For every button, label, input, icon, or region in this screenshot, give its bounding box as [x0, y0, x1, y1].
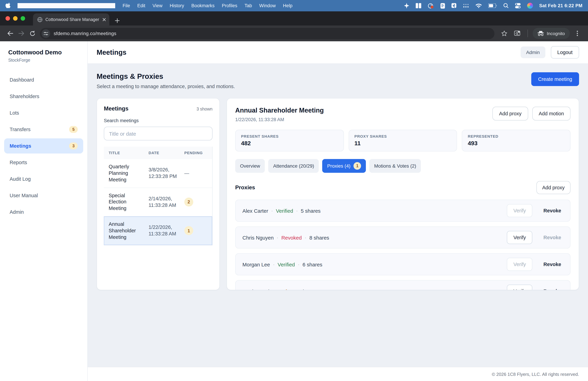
menu-bar-clock[interactable]: Sat Feb 21 6:22 PM [539, 3, 583, 8]
create-meeting-button[interactable]: Create meeting [531, 72, 579, 86]
spotlight-icon[interactable] [504, 3, 508, 8]
proxies-heading: Proxies [235, 184, 255, 191]
reload-icon[interactable] [27, 28, 38, 39]
screen-recording-icon[interactable] [428, 3, 434, 8]
tab-motions-votes[interactable]: Motions & Votes (2) [369, 159, 421, 173]
proxy-status: Verified [278, 261, 295, 267]
proxy-list: Alex Carter · Verified · 5 shares Verify… [235, 200, 570, 290]
menu-window[interactable]: Window [259, 3, 276, 8]
sidebar-item-transfers[interactable]: Transfers 5 [4, 122, 83, 137]
sidebar-item-dashboard[interactable]: Dashboard [4, 72, 83, 88]
menu-help[interactable]: Help [283, 3, 293, 8]
stat-proxy-shares: PROXY SHARES 11 [349, 130, 457, 152]
close-tab-icon[interactable] [103, 18, 106, 21]
browser-tab-strip: Cottonwood Share Manager [0, 11, 588, 25]
new-tab-icon[interactable] [115, 18, 120, 23]
verify-button[interactable]: Verify [507, 231, 532, 244]
menu-view[interactable]: View [152, 3, 163, 8]
window-close-button[interactable] [5, 16, 10, 21]
sparkle-icon[interactable] [404, 3, 409, 9]
menu-file[interactable]: File [123, 3, 130, 8]
battery-icon[interactable] [488, 3, 497, 8]
meetings-card-title: Meetings [104, 105, 128, 112]
menu-tab[interactable]: Tab [245, 3, 252, 8]
side-panel-search-icon[interactable] [512, 28, 523, 39]
admin-role-badge: Admin [521, 46, 545, 58]
proxy-row-morgan-lee: Morgan Lee · Verified · 6 shares Verify … [235, 253, 570, 275]
proxy-shares: 6 shares [303, 261, 322, 267]
menu-chrome[interactable]: Chrome [18, 3, 115, 8]
meeting-detail-card: Annual Shareholder Meeting 1/22/2026, 11… [227, 98, 579, 290]
address-bar[interactable]: sfdemo.manring.co/meetings [40, 28, 494, 39]
macos-menu-bar: Chrome File Edit View History Bookmarks … [0, 0, 588, 11]
stat-represented: REPRESENTED 493 [462, 130, 570, 152]
forward-icon[interactable] [16, 28, 27, 39]
sidebar-nav: Dashboard Shareholders Lots Transfers 5 … [0, 72, 87, 220]
add-motion-button[interactable]: Add motion [532, 107, 570, 120]
bookmark-star-icon[interactable] [499, 28, 510, 39]
meetings-table-header: TITLE DATE PENDING [104, 147, 212, 159]
add-proxy-button-section[interactable]: Add proxy [536, 181, 570, 194]
search-input[interactable] [104, 127, 212, 140]
verify-button: Verify [507, 258, 532, 271]
menu-edit[interactable]: Edit [137, 3, 145, 8]
browser-toolbar: sfdemo.manring.co/meetings Incognito [0, 25, 588, 41]
window-tiles-icon[interactable] [416, 3, 421, 8]
incognito-badge: Incognito [533, 28, 570, 39]
app-header: Meetings Admin Logout [88, 41, 588, 63]
proxy-status: Verified [276, 208, 293, 214]
meeting-row-quarterly-planning[interactable]: Quarterly Planning Meeting 3/8/2026, 12:… [104, 159, 212, 188]
tab-title: Cottonwood Share Manager [45, 17, 103, 22]
apple-menu-icon[interactable] [5, 3, 11, 9]
proxy-name: Alex Carter [242, 208, 268, 214]
shortcuts-icon[interactable] [451, 3, 456, 8]
proxy-row-jamie-patel: Jamie Patel · Draft · 7 shares Verify Re… [235, 280, 570, 290]
meeting-row-special-election[interactable]: Special Election Meeting 2/14/2026, 11:3… [104, 188, 212, 217]
back-icon[interactable] [5, 28, 16, 39]
globe-icon [37, 17, 43, 22]
sidebar-item-audit-log[interactable]: Audit Log [4, 171, 83, 186]
incognito-icon [537, 31, 544, 36]
proxy-shares: 7 shares [296, 288, 316, 290]
tab-proxies[interactable]: Proxies (4) 1 [322, 159, 366, 173]
url-text: sfdemo.manring.co/meetings [54, 31, 116, 36]
verify-button[interactable]: Verify [507, 285, 532, 290]
control-center-icon[interactable] [515, 3, 521, 8]
notes-icon[interactable] [441, 3, 445, 8]
revoke-button[interactable]: Revoke [541, 258, 563, 270]
search-label: Search meetings [104, 118, 212, 123]
site-settings-icon[interactable] [42, 29, 50, 38]
window-minimize-button[interactable] [13, 16, 18, 21]
copyright-text: © 2026 1C8 Flyers, LLC. All rights reser… [492, 372, 579, 377]
logout-button[interactable]: Logout [551, 46, 579, 59]
wifi-icon[interactable] [476, 3, 482, 8]
revoke-button[interactable]: Revoke [541, 204, 563, 217]
sidebar-item-shareholders[interactable]: Shareholders [4, 89, 83, 104]
tab-attendance[interactable]: Attendance (20/29) [268, 159, 319, 173]
column-pending: PENDING [180, 151, 212, 155]
browser-menu-icon[interactable] [572, 28, 583, 39]
meeting-datetime: 1/22/2026, 11:33:28 AM [235, 117, 324, 122]
sidebar-item-admin[interactable]: Admin [4, 204, 83, 220]
menu-bookmarks[interactable]: Bookmarks [191, 3, 214, 8]
proxy-name: Jamie Patel [242, 288, 269, 290]
browser-tab[interactable]: Cottonwood Share Manager [33, 13, 109, 25]
verify-button: Verify [507, 204, 532, 217]
transfers-badge: 5 [69, 126, 78, 133]
tab-overview[interactable]: Overview [235, 159, 265, 173]
window-zoom-button[interactable] [21, 16, 25, 21]
menu-history[interactable]: History [170, 3, 184, 8]
sidebar-item-lots[interactable]: Lots [4, 105, 83, 120]
revoke-button[interactable]: Revoke [541, 285, 563, 290]
sidebar-item-reports[interactable]: Reports [4, 155, 83, 170]
proxy-row-chris-nguyen: Chris Nguyen · Revoked · 8 shares Verify… [235, 226, 570, 248]
sidebar-item-meetings[interactable]: Meetings 3 [4, 138, 83, 154]
proxy-status: Draft [277, 288, 288, 290]
siri-icon[interactable] [527, 3, 533, 9]
dots-grid-icon[interactable] [463, 3, 469, 8]
sidebar-item-user-manual[interactable]: User Manual [4, 188, 83, 203]
add-proxy-button-header[interactable]: Add proxy [493, 107, 528, 120]
meeting-title: Annual Shareholder Meeting [235, 107, 324, 114]
meeting-row-annual-shareholder[interactable]: Annual Shareholder Meeting 1/22/2026, 11… [104, 217, 212, 245]
menu-profiles[interactable]: Profiles [222, 3, 237, 8]
